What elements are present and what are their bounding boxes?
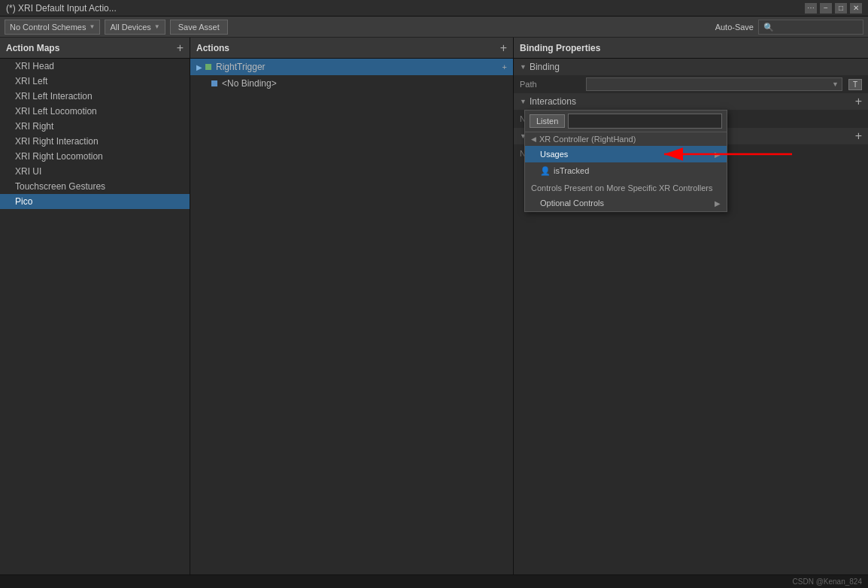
add-processor-button[interactable]: + — [855, 129, 862, 143]
binding-item[interactable]: <No Binding> — [190, 75, 513, 92]
auto-save-area: Auto-Save — [715, 23, 754, 32]
binding-section-label: ▼ Binding — [514, 59, 868, 75]
titlebar: (*) XRI Default Input Actio... ⋯ − □ ✕ — [0, 0, 868, 17]
path-T-button[interactable]: T — [848, 79, 862, 90]
titlebar-maximize-btn[interactable]: □ — [835, 3, 847, 14]
add-interaction-button[interactable]: + — [855, 95, 862, 108]
path-dropdown-icon[interactable]: ▼ — [832, 80, 839, 88]
action-map-item[interactable]: XRI Right — [0, 119, 190, 134]
action-map-item[interactable]: XRI Left — [0, 74, 190, 89]
binding-properties-header: Binding Properties — [514, 38, 868, 59]
section-triangle-icon: ▼ — [520, 63, 527, 71]
path-label: Path — [520, 80, 580, 89]
search-input[interactable] — [758, 20, 863, 35]
listen-button[interactable]: Listen — [530, 114, 565, 128]
action-map-item[interactable]: XRI Head — [0, 59, 190, 74]
action-maps-panel: Action Maps + XRI Head XRI Left XRI Left… — [0, 38, 190, 574]
titlebar-title: (*) XRI Default Input Actio... — [6, 3, 117, 14]
titlebar-close-btn[interactable]: ✕ — [850, 3, 862, 14]
submenu-arrow-icon: ▶ — [715, 199, 721, 208]
xr-controller-header: ◀ XR Controller (RightHand) — [525, 132, 727, 146]
section-chevron-icon: ◀ — [531, 135, 536, 143]
path-row: Path ▼ T — [514, 75, 868, 93]
statusbar-credit: CSDN @Kenan_824 — [793, 577, 862, 586]
controls-present-header: Controls Present on More Specific XR Con… — [525, 179, 727, 195]
binding-label: <No Binding> — [222, 78, 277, 89]
actions-panel: Actions + ▶ RightTrigger + <No Binding> — [190, 38, 514, 574]
action-map-item[interactable]: Touchscreen Gestures — [0, 179, 190, 194]
toolbar: No Control Schemes ▼ All Devices ▼ Save … — [0, 17, 868, 38]
action-label: RightTrigger — [216, 62, 266, 72]
main-layout: Action Maps + XRI Head XRI Left XRI Left… — [0, 38, 868, 574]
action-map-item[interactable]: XRI Left Interaction — [0, 89, 190, 104]
section-triangle-icon: ▼ — [520, 98, 527, 105]
submenu-arrow-icon: ▶ — [715, 150, 721, 159]
expand-triangle-icon: ▶ — [196, 63, 202, 71]
actions-title: Actions — [196, 43, 229, 53]
action-map-item[interactable]: XRI UI — [0, 164, 190, 179]
binding-type-icon — [211, 80, 217, 86]
action-map-item[interactable]: XRI Right Interaction — [0, 134, 190, 149]
action-maps-title: Action Maps — [6, 43, 59, 53]
dropdown-search-input[interactable] — [568, 114, 722, 129]
action-map-item[interactable]: XRI Left Locomotion — [0, 104, 190, 119]
person-icon: 👤 — [540, 166, 551, 176]
actions-header: Actions + — [190, 38, 513, 59]
add-action-map-button[interactable]: + — [177, 42, 184, 54]
statusbar: CSDN @Kenan_824 — [0, 574, 868, 588]
action-maps-list: XRI Head XRI Left XRI Left Interaction X… — [0, 59, 190, 209]
add-binding-icon[interactable]: + — [502, 62, 507, 71]
save-asset-button[interactable]: Save Asset — [170, 20, 228, 35]
add-action-button[interactable]: + — [500, 42, 507, 54]
action-maps-header: Action Maps + — [0, 38, 190, 59]
titlebar-menu-btn[interactable]: ⋯ — [805, 3, 817, 14]
binding-panel: Binding Properties ▼ Binding Path ▼ T ▼ … — [514, 38, 868, 574]
action-map-item[interactable]: Pico — [0, 194, 190, 209]
no-control-schemes-dropdown[interactable]: No Control Schemes ▼ — [5, 20, 100, 35]
dropdown-item-istracked[interactable]: 👤 isTracked — [525, 162, 727, 179]
action-item[interactable]: ▶ RightTrigger + — [190, 59, 513, 75]
action-type-icon — [205, 64, 211, 70]
dropdown-item-optional-controls[interactable]: Optional Controls ▶ — [525, 195, 727, 211]
action-map-item[interactable]: XRI Right Locomotion — [0, 149, 190, 164]
chevron-down-icon: ▼ — [154, 23, 160, 30]
interactions-section-label: ▼ Interactions + — [514, 93, 868, 110]
path-dropdown-popup: Listen ◀ XR Controller (RightHand) Usage… — [524, 110, 727, 212]
path-field[interactable]: ▼ — [586, 77, 842, 91]
titlebar-minimize-btn[interactable]: − — [820, 3, 832, 14]
dropdown-search-row: Listen — [525, 111, 727, 132]
titlebar-controls: ⋯ − □ ✕ — [805, 3, 862, 14]
chevron-down-icon: ▼ — [90, 23, 96, 30]
all-devices-dropdown[interactable]: All Devices ▼ — [105, 20, 165, 35]
dropdown-item-usages[interactable]: Usages ▶ — [525, 146, 727, 162]
